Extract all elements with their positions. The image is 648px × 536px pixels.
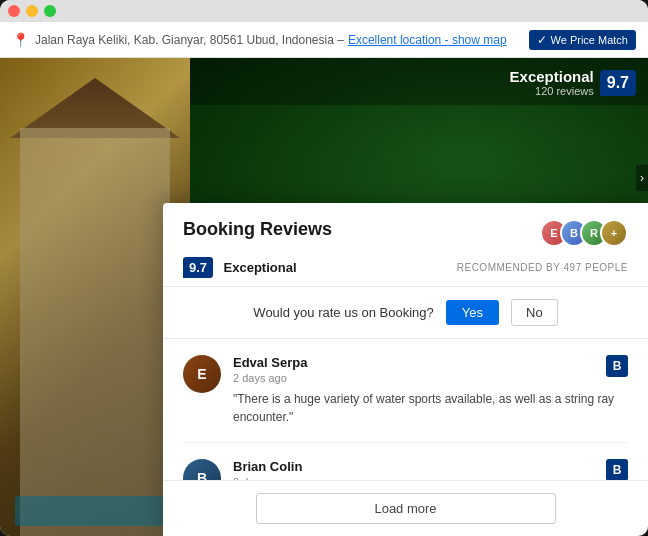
rating-prompt: Would you rate us on Booking? Yes No (163, 287, 648, 339)
reviewer-name-1: Edval Serpa (233, 355, 628, 370)
load-more-button[interactable]: Load more (256, 493, 556, 524)
score-section: 9.7 Exceptional (183, 257, 297, 278)
reviewer-photo-1: E (183, 355, 221, 393)
booking-logo-1: B (606, 355, 628, 377)
review-content-2: Brian Colin 2 days ago "Food is included… (233, 459, 628, 480)
villa-pool-decoration (15, 496, 175, 526)
maximize-button[interactable] (44, 5, 56, 17)
review-panel-title: Booking Reviews (183, 219, 332, 240)
rating-box: Exceptional 120 reviews 9.7 (510, 68, 636, 97)
addressbar: 📍 Jalan Raya Keliki, Kab. Gianyar, 80561… (0, 22, 648, 58)
main-content: Exceptional 120 reviews 9.7 › Love the a… (0, 58, 648, 536)
yes-button[interactable]: Yes (446, 300, 499, 325)
rating-overlay: Exceptional 120 reviews 9.7 (190, 58, 648, 105)
load-more-bar: Load more (163, 480, 648, 536)
location-link[interactable]: Excellent location - show map (348, 33, 507, 47)
reviewer-avatars: E B R + (540, 219, 628, 247)
review-header-top: Booking Reviews E B R + (183, 219, 628, 247)
photo-main (0, 58, 190, 536)
villa-roof-decoration (10, 78, 180, 138)
score-label: Exceptional (224, 260, 297, 275)
score-badge: 9.7 (183, 257, 213, 278)
close-button[interactable] (8, 5, 20, 17)
booking-logo-2: B (606, 459, 628, 480)
review-content-1: Edval Serpa 2 days ago "There is a huge … (233, 355, 628, 426)
minimize-button[interactable] (26, 5, 38, 17)
app-window: 📍 Jalan Raya Keliki, Kab. Gianyar, 80561… (0, 0, 648, 536)
rating-score: 9.7 (600, 70, 636, 96)
review-item: B Brian Colin 2 days ago "Food is includ… (183, 443, 628, 480)
checkmark-icon: ✓ (537, 33, 547, 47)
titlebar (0, 0, 648, 22)
rating-question: Would you rate us on Booking? (253, 305, 433, 320)
villa-body-decoration (20, 128, 170, 536)
rating-label: Exceptional (510, 68, 594, 85)
review-score-row: 9.7 Exceptional RECOMMENDED BY 497 PEOPL… (183, 257, 628, 278)
scroll-arrow[interactable]: › (636, 165, 648, 191)
review-item: E Edval Serpa 2 days ago "There is a hug… (183, 339, 628, 443)
reviewer-name-2: Brian Colin (233, 459, 628, 474)
review-time-2: 2 days ago (233, 476, 628, 480)
rating-row: Exceptional 120 reviews 9.7 (510, 68, 636, 97)
address-text: Jalan Raya Keliki, Kab. Gianyar, 80561 U… (35, 33, 344, 47)
recommended-text: RECOMMENDED BY 497 PEOPLE (457, 262, 628, 273)
reviews-list: E Edval Serpa 2 days ago "There is a hug… (163, 339, 648, 480)
price-match-badge: ✓ We Price Match (529, 30, 636, 50)
review-panel-header: Booking Reviews E B R + 9.7 Exceptional … (163, 203, 648, 287)
location-icon: 📍 (12, 32, 29, 48)
rating-count: 120 reviews (510, 85, 594, 97)
avatar-4: + (600, 219, 628, 247)
review-time-1: 2 days ago (233, 372, 628, 384)
review-panel: Booking Reviews E B R + 9.7 Exceptional … (163, 203, 648, 536)
review-text-1: "There is a huge variety of water sports… (233, 390, 628, 426)
no-button[interactable]: No (511, 299, 558, 326)
reviewer-photo-2: B (183, 459, 221, 480)
